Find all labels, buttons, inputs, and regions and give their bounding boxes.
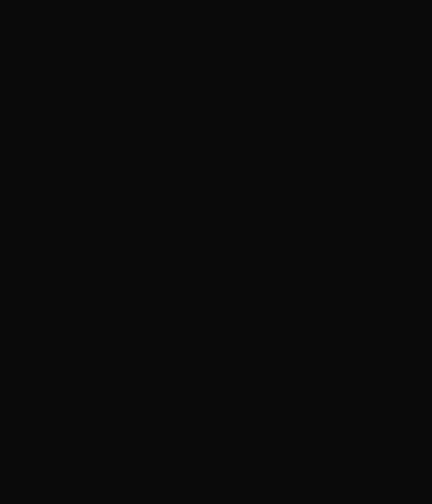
patch-editor-canvas: [0, 0, 432, 504]
